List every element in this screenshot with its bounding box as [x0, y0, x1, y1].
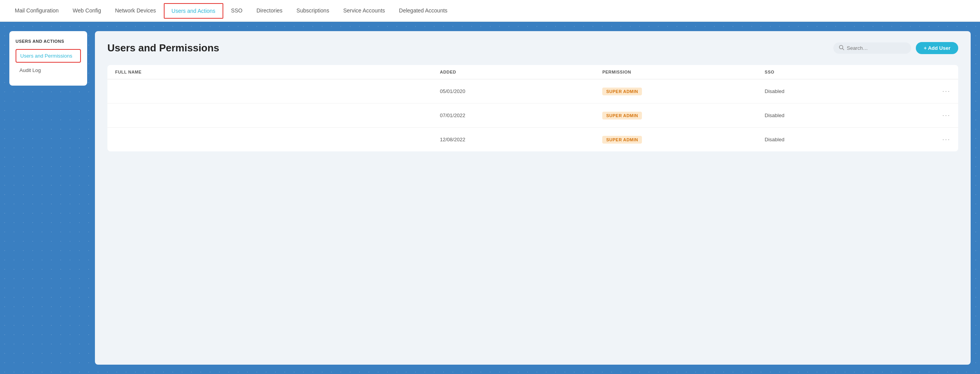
permission-badge-3: SUPER ADMIN	[602, 136, 642, 144]
cell-added-3: 12/08/2022	[440, 137, 602, 142]
permission-badge-2: SUPER ADMIN	[602, 112, 642, 119]
nav-item-service-accounts[interactable]: Service Accounts	[336, 0, 392, 22]
cell-sso-1: Disabled	[765, 88, 927, 94]
more-options-icon-2[interactable]: ···	[942, 111, 950, 119]
sidebar-item-users-and-permissions[interactable]: Users and Permissions	[16, 49, 81, 63]
search-icon	[839, 45, 844, 51]
sidebar: USERS AND ACTIONS Users and Permissions …	[9, 31, 87, 86]
svg-line-1	[843, 49, 844, 50]
col-header-added: ADDED	[440, 70, 602, 74]
nav-item-network-devices[interactable]: Network Devices	[108, 0, 163, 22]
content-area: Users and Permissions + Add User	[95, 31, 971, 365]
cell-actions-1: ···	[927, 87, 950, 95]
sidebar-section-title: USERS AND ACTIONS	[16, 39, 81, 44]
cell-added-1: 05/01/2020	[440, 88, 602, 94]
cell-actions-3: ···	[927, 135, 950, 144]
nav-item-sso[interactable]: SSO	[224, 0, 250, 22]
nav-item-directories[interactable]: Directories	[249, 0, 289, 22]
table-row: 07/01/2022 SUPER ADMIN Disabled ···	[107, 104, 958, 128]
table-header: FULL NAME ADDED PERMISSION SSO	[107, 65, 958, 79]
more-options-icon-3[interactable]: ···	[942, 135, 950, 144]
page-title: Users and Permissions	[107, 42, 219, 54]
col-header-sso: SSO	[765, 70, 927, 74]
main-layout: USERS AND ACTIONS Users and Permissions …	[0, 22, 980, 374]
nav-item-mail-config[interactable]: Mail Configuration	[8, 0, 66, 22]
header-actions: + Add User	[833, 42, 958, 54]
cell-actions-2: ···	[927, 111, 950, 119]
sidebar-item-audit-log[interactable]: Audit Log	[16, 64, 81, 76]
nav-item-delegated-accounts[interactable]: Delegated Accounts	[392, 0, 455, 22]
users-table: FULL NAME ADDED PERMISSION SSO 05/01/202…	[107, 65, 958, 151]
search-box[interactable]	[833, 42, 911, 54]
table-row: 12/08/2022 SUPER ADMIN Disabled ···	[107, 128, 958, 151]
cell-sso-2: Disabled	[765, 112, 927, 118]
nav-item-subscriptions[interactable]: Subscriptions	[289, 0, 336, 22]
more-options-icon-1[interactable]: ···	[942, 87, 950, 95]
nav-item-users-and-actions[interactable]: Users and Actions	[164, 3, 223, 19]
cell-permission-1: SUPER ADMIN	[602, 88, 764, 95]
table-row: 05/01/2020 SUPER ADMIN Disabled ···	[107, 79, 958, 104]
cell-permission-2: SUPER ADMIN	[602, 112, 764, 119]
content-header: Users and Permissions + Add User	[107, 42, 958, 54]
col-header-permission: PERMISSION	[602, 70, 764, 74]
nav-item-web-config[interactable]: Web Config	[66, 0, 108, 22]
add-user-button[interactable]: + Add User	[916, 42, 958, 54]
col-header-full-name: FULL NAME	[115, 70, 440, 74]
top-nav: Mail Configuration Web Config Network De…	[0, 0, 980, 22]
col-header-actions	[927, 70, 950, 74]
cell-sso-3: Disabled	[765, 137, 927, 142]
cell-added-2: 07/01/2022	[440, 112, 602, 118]
cell-permission-3: SUPER ADMIN	[602, 136, 764, 144]
search-input[interactable]	[847, 45, 906, 51]
permission-badge-1: SUPER ADMIN	[602, 88, 642, 95]
